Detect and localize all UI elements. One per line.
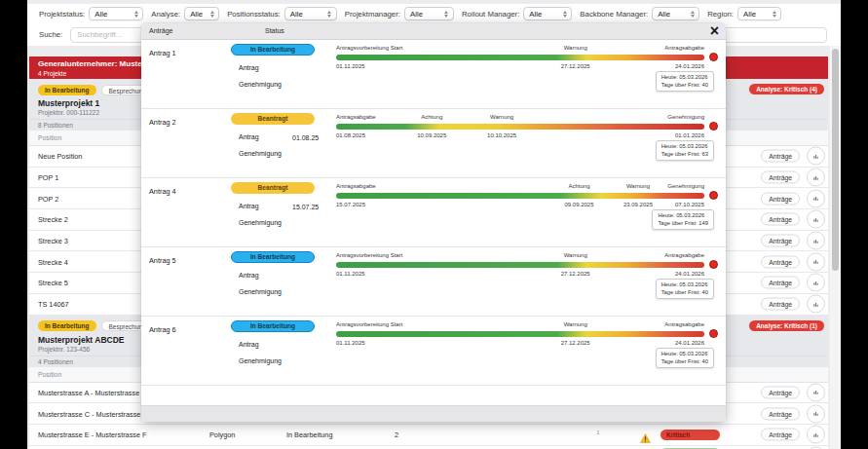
- milestone-label: Achtung: [568, 183, 589, 189]
- stepper-icon: [689, 11, 696, 18]
- timeline: Heute: 05.03.2026 Tage über Frist: 40 An…: [336, 40, 704, 108]
- antrag-status-badge: In Bearbeitung: [231, 44, 315, 56]
- filter-label: Projektmanager:: [345, 10, 400, 19]
- milestone-label: Warnung: [490, 114, 513, 120]
- chart-button[interactable]: [807, 147, 825, 166]
- sub-item-antrag-date: 01.08.25: [292, 134, 319, 141]
- filter-group: Analyse: Alle: [151, 7, 219, 20]
- chart-button[interactable]: [807, 210, 825, 229]
- tooltip-overdue: Tage über Frist: 63: [661, 151, 708, 159]
- tooltip-today: Heute: 05.03.2026: [661, 281, 708, 289]
- filter-group: Backbone Manager: Alle: [580, 7, 699, 20]
- deadline-tooltip: Heute: 05.03.2026 Tage über Frist: 63: [656, 140, 714, 161]
- milestone-label: Antragsabgabe: [664, 321, 704, 327]
- chart-button[interactable]: [807, 404, 825, 423]
- timeline-bar: [336, 331, 704, 337]
- chart-button[interactable]: [807, 426, 825, 444]
- position-label: POP 2: [38, 194, 58, 203]
- filter-select[interactable]: Alle: [737, 7, 781, 20]
- scrollbar-thumb[interactable]: [832, 49, 839, 271]
- antrag-name: Antrag 4: [149, 187, 176, 196]
- chart-button[interactable]: [807, 168, 825, 187]
- milestone-date: 27.12.2025: [561, 63, 590, 69]
- milestone-date: 27.12.2025: [561, 340, 590, 346]
- chart-button[interactable]: [807, 232, 825, 250]
- chart-button[interactable]: [807, 295, 825, 314]
- bar-chart-icon: [813, 278, 818, 287]
- antraege-button[interactable]: Anträge: [761, 171, 800, 184]
- close-icon[interactable]: ×: [710, 21, 719, 41]
- milestone-label: Antragsvorbereitung Start: [336, 321, 402, 327]
- filter-value: Alle: [290, 10, 303, 19]
- overdue-dot: [709, 260, 718, 269]
- table-row[interactable]: Anträge: [29, 446, 828, 449]
- antraege-button[interactable]: Anträge: [761, 277, 800, 289]
- timeline: Heute: 05.03.2026 Tage über Frist: 149 A…: [336, 178, 704, 246]
- chart-button[interactable]: [807, 383, 825, 401]
- milestone-date: 23.09.2025: [623, 202, 653, 207]
- sub-item-genehmigung: Genehmigung: [239, 288, 282, 295]
- overdue-dot: [709, 329, 718, 338]
- filter-group: Rollout Manager: Alle: [462, 7, 572, 20]
- filter-select[interactable]: Alle: [284, 7, 337, 20]
- milestone-date: 24.01.2026: [675, 340, 704, 346]
- filter-select[interactable]: Alle: [89, 7, 143, 20]
- sub-item-antrag: Antrag: [239, 272, 259, 279]
- filter-select[interactable]: Alle: [523, 7, 572, 20]
- milestone-label: Antragsabgabe: [336, 183, 376, 189]
- sub-item-genehmigung: Genehmigung: [239, 219, 282, 226]
- bar-chart-icon: [813, 299, 818, 309]
- antrag-status-badge: In Bearbeitung: [231, 320, 315, 332]
- filter-label: Projektstatus:: [39, 10, 85, 19]
- filter-select[interactable]: Alle: [404, 7, 454, 20]
- antraege-button[interactable]: Anträge: [761, 192, 800, 205]
- antraege-button[interactable]: Anträge: [761, 407, 800, 420]
- antrag-status-badge: In Bearbeitung: [231, 251, 315, 263]
- chart-button[interactable]: [807, 189, 825, 207]
- sub-item-genehmigung: Genehmigung: [239, 150, 282, 157]
- antraege-button[interactable]: Anträge: [761, 298, 800, 311]
- analysis-badge: Analyse: Kritisch (4): [749, 84, 824, 94]
- deadline-tooltip: Heute: 05.03.2026 Tage über Frist: 40: [656, 71, 714, 92]
- timeline-bar: [336, 193, 704, 199]
- filter-label: Analyse:: [151, 10, 180, 19]
- deadline-tooltip: Heute: 05.03.2026 Tage über Frist: 40: [656, 348, 714, 368]
- scrollbar[interactable]: [830, 46, 841, 449]
- antraege-button[interactable]: Anträge: [761, 150, 800, 163]
- analysis-badge: Analyse: Kritisch (1): [749, 320, 824, 331]
- milestone-date: 15.07.2025: [336, 202, 365, 207]
- antraege-button[interactable]: Anträge: [761, 429, 800, 441]
- timeline: Heute: 05.03.2026 Tage über Frist: 63 An…: [336, 109, 704, 177]
- bar-chart-icon: [813, 388, 818, 397]
- filter-select[interactable]: Alle: [652, 7, 699, 20]
- position-type: Polygon: [209, 430, 235, 439]
- position-label: TS 14067: [38, 300, 69, 309]
- table-row[interactable]: Musterstrasse E - Musterstrasse F Anträg…: [29, 425, 828, 446]
- position-label: Strecke 5: [38, 279, 68, 287]
- modal-footer-scrollbar[interactable]: [141, 405, 726, 422]
- antrag-name: Antrag 2: [149, 118, 176, 127]
- chart-button[interactable]: [807, 274, 825, 292]
- critical-badge: Kritisch: [660, 430, 720, 440]
- sub-item-antrag: Antrag: [239, 133, 259, 140]
- filter-label: Backbone Manager:: [580, 10, 648, 19]
- stepper-icon: [771, 11, 777, 18]
- sub-item-antrag: Antrag: [239, 64, 259, 71]
- milestone-label: Warnung: [564, 252, 587, 258]
- milestone-date: 01.11.2025: [336, 63, 365, 69]
- filter-group: Positionsstatus: Alle: [227, 7, 337, 20]
- milestone-date: 27.12.2025: [561, 271, 590, 277]
- filter-group: Projektstatus: Alle: [39, 7, 143, 20]
- antraege-button[interactable]: Anträge: [761, 255, 800, 268]
- chart-button[interactable]: [807, 252, 825, 271]
- antraege-button[interactable]: Anträge: [761, 213, 800, 226]
- antrag-name: Antrag 6: [149, 325, 176, 334]
- antrag-status-badge: Beantragt: [231, 182, 315, 194]
- antraege-button[interactable]: Anträge: [761, 386, 800, 398]
- tooltip-overdue: Tage über Frist: 40: [661, 82, 708, 90]
- filter-select[interactable]: Alle: [184, 7, 219, 20]
- timeline-bar: [336, 262, 704, 268]
- tooltip-overdue: Tage über Frist: 40: [661, 289, 708, 297]
- milestone-date: 01.11.2025: [336, 271, 365, 277]
- antraege-button[interactable]: Anträge: [761, 235, 800, 247]
